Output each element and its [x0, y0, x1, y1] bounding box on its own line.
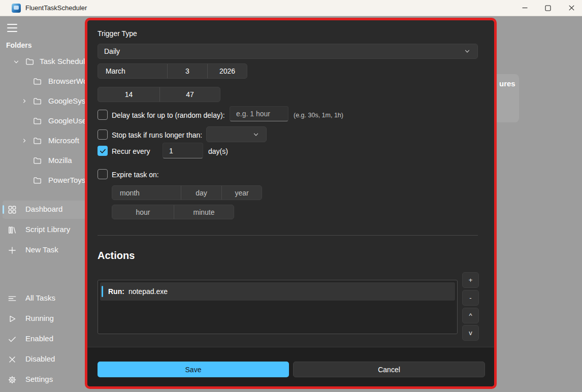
delay-checkbox[interactable] [98, 110, 108, 120]
actions-heading: Actions [98, 250, 135, 262]
start-month-field[interactable]: March [98, 64, 167, 78]
stop-label: Stop task if runs longer than: [112, 131, 202, 139]
delay-hint: (e.g. 30s, 1m, 1h) [294, 112, 343, 119]
add-action-button[interactable]: + [462, 272, 479, 288]
action-list-item[interactable]: Run: notepad.exe [100, 282, 455, 301]
check-icon [99, 147, 107, 155]
recur-unit-label: day(s) [208, 147, 228, 155]
expire-hour-field[interactable]: hour [112, 205, 174, 219]
start-hour-field[interactable]: 14 [98, 87, 159, 102]
move-action-up-button[interactable]: ^ [462, 308, 479, 323]
close-icon [569, 5, 574, 11]
app-window: FluentTaskScheduler Folders Task Schedul… [0, 0, 582, 392]
trigger-type-value: Daily [104, 47, 120, 55]
actions-listbox[interactable]: Run: notepad.exe [98, 280, 458, 334]
expire-date-picker[interactable]: month day year [112, 185, 262, 200]
expire-day-field[interactable]: day [181, 186, 221, 200]
section-divider [98, 235, 478, 236]
delay-input[interactable] [230, 106, 288, 121]
start-time-picker[interactable]: 14 47 [98, 87, 220, 102]
minimize-button[interactable] [514, 0, 535, 16]
maximize-button[interactable] [537, 0, 559, 16]
trigger-type-label: Trigger Type [98, 29, 137, 38]
maximize-icon [545, 5, 551, 11]
chevron-down-icon [463, 47, 471, 55]
expire-year-field[interactable]: year [221, 186, 262, 200]
minimize-icon [522, 5, 528, 11]
expire-month-field[interactable]: month [112, 186, 181, 200]
titlebar: FluentTaskScheduler [0, 0, 582, 16]
remove-action-button[interactable]: - [462, 290, 479, 306]
expire-time-picker[interactable]: hour minute [112, 205, 234, 219]
start-date-picker[interactable]: March 3 2026 [98, 63, 247, 79]
dialog-footer: Save Cancel [87, 347, 494, 386]
chevron-down-icon [252, 130, 260, 139]
app-icon [12, 4, 21, 13]
start-year-field[interactable]: 2026 [207, 64, 247, 78]
move-action-down-button[interactable]: v [462, 325, 479, 341]
save-button[interactable]: Save [98, 362, 289, 377]
window-title: FluentTaskScheduler [25, 4, 87, 12]
expire-label: Expire task on: [112, 171, 159, 179]
cancel-button[interactable]: Cancel [293, 362, 485, 377]
action-command: notepad.exe [128, 287, 168, 296]
expire-minute-field[interactable]: minute [174, 205, 234, 219]
expire-checkbox[interactable] [98, 169, 108, 179]
recur-label: Recur every [112, 147, 150, 155]
close-button[interactable] [561, 0, 582, 16]
recur-interval-input[interactable] [163, 143, 203, 158]
trigger-type-select[interactable]: Daily [98, 44, 478, 59]
delay-label: Delay task for up to (random delay): [112, 111, 225, 119]
recur-checkbox[interactable] [98, 146, 108, 156]
action-prefix: Run: [108, 287, 124, 296]
trigger-editor-dialog: Trigger Type Daily March 3 2026 14 47 De… [85, 18, 497, 389]
start-minute-field[interactable]: 47 [159, 87, 220, 102]
stop-duration-select[interactable] [206, 126, 267, 142]
start-day-field[interactable]: 3 [167, 64, 207, 78]
stop-checkbox[interactable] [98, 129, 108, 140]
